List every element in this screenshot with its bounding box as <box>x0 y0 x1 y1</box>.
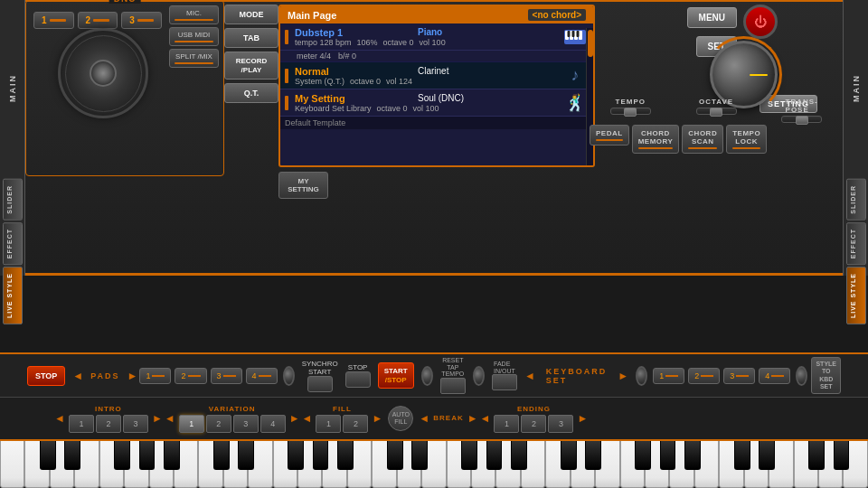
ending-btn-1[interactable]: 1 <box>494 415 519 433</box>
reset-tap-btn[interactable] <box>440 378 466 394</box>
live-style-btn-left[interactable]: LIVE STYLE <box>3 267 23 324</box>
stop-btn[interactable]: STOP <box>27 366 65 386</box>
pad-btn-3[interactable]: 3 <box>211 368 242 384</box>
pad-btn-4[interactable]: 4 <box>246 368 278 384</box>
intro-section: INTRO 1 2 3 <box>69 405 148 433</box>
pad-btn-1[interactable]: 1 <box>139 368 171 384</box>
slider-btn-right[interactable]: SLIDER <box>846 179 866 221</box>
display-row-2[interactable]: Normal Clarinet System (Q.T.) octave 0 v… <box>280 62 593 89</box>
record-play-btn[interactable]: RECORD/PLAY <box>224 52 278 80</box>
intro-btn-3[interactable]: 3 <box>123 415 148 433</box>
reset-knob[interactable] <box>473 366 485 386</box>
scrollbar-thumb <box>588 30 593 57</box>
intro-btn-2[interactable]: 2 <box>96 415 121 433</box>
black-key-19[interactable] <box>660 441 676 470</box>
kbd-pad-btn-2[interactable]: 2 <box>688 368 720 384</box>
qt-btn[interactable]: Q.T. <box>224 83 278 103</box>
pad-btn-2[interactable]: 2 <box>175 368 206 384</box>
display-row-1[interactable]: Dubstep 1 Piano tempo 128 bpm 106% octav… <box>280 23 593 51</box>
style-kbd-btn[interactable]: STYLE TOKBD SET <box>811 357 841 395</box>
black-key-7[interactable] <box>238 441 254 470</box>
variation-label: VARIATION <box>209 405 256 413</box>
intro-btn-1[interactable]: 1 <box>69 415 94 433</box>
black-key-11[interactable] <box>387 441 403 470</box>
tempo-slider[interactable] <box>610 108 651 115</box>
pedal-btn[interactable]: PEDAL <box>590 125 629 145</box>
dnc-btn-1[interactable]: 1 <box>33 12 74 29</box>
start-stop-btn[interactable]: START /STOP <box>378 362 414 389</box>
row2-sub: Clarinet <box>418 66 448 76</box>
fade-btn[interactable] <box>492 374 517 390</box>
tab-btn[interactable]: TAB <box>224 28 278 48</box>
my-setting-btn[interactable]: MYSETTING <box>278 172 328 199</box>
synchro-stop-btn[interactable] <box>345 371 371 388</box>
black-key-18[interactable] <box>635 441 651 470</box>
black-key-13[interactable] <box>461 441 477 470</box>
black-key-4[interactable] <box>139 441 156 470</box>
mode-btn[interactable]: MODE <box>224 5 278 24</box>
effect-btn-left[interactable]: EFFECT <box>3 222 23 265</box>
kbd-knob[interactable] <box>636 366 647 386</box>
ending-btn-3[interactable]: 3 <box>548 415 573 433</box>
chord-tag: <no chord> <box>528 9 586 21</box>
display-footer: Default Template <box>280 117 593 129</box>
transpose-slider[interactable] <box>781 116 822 123</box>
live-style-btn-right[interactable]: LIVE STYLE <box>846 267 866 324</box>
kbd-pad-btn-1[interactable]: 1 <box>653 368 684 384</box>
display-sub-row-1: meter 4/4 b/# 0 <box>280 51 593 62</box>
auto-fill-btn[interactable]: AUTOFILL <box>388 406 413 431</box>
black-key-9[interactable] <box>313 441 329 470</box>
black-key-10[interactable] <box>337 441 354 470</box>
black-key-15[interactable] <box>511 441 527 470</box>
svg-rect-5 <box>568 31 571 37</box>
black-key-8[interactable] <box>288 441 304 470</box>
octave-slider[interactable] <box>696 108 737 115</box>
dnc-btn-2[interactable]: 2 <box>78 12 118 29</box>
black-key-21[interactable] <box>734 441 750 470</box>
mic-btn[interactable]: MIC. <box>169 5 219 24</box>
kbd-pad-btn-3[interactable]: 3 <box>723 368 755 384</box>
fill-btn-1[interactable]: 1 <box>316 415 341 433</box>
kbd-knob2[interactable] <box>796 366 807 386</box>
variation-btn-2[interactable]: 2 <box>206 415 231 433</box>
black-key-1[interactable] <box>40 441 56 470</box>
slider-btn-left[interactable]: SLIDER <box>3 179 23 221</box>
split-mix-btn[interactable]: SPLIT /MIX <box>169 49 219 68</box>
pads-knob[interactable] <box>283 366 295 386</box>
white-key-1[interactable] <box>0 441 24 488</box>
side-labels-left: SLIDER EFFECT LIVE STYLE <box>0 176 25 276</box>
variation-btn-4[interactable]: 4 <box>260 415 286 433</box>
black-key-24[interactable] <box>834 441 850 470</box>
effect-btn-right[interactable]: EFFECT <box>846 222 866 265</box>
black-key-2[interactable] <box>64 441 80 470</box>
power-btn[interactable]: ⏻ <box>743 5 778 39</box>
turntable[interactable] <box>58 28 148 118</box>
black-key-14[interactable] <box>486 441 503 470</box>
variation-btn-3[interactable]: 3 <box>233 415 259 433</box>
display-title: Main Page <box>288 10 336 21</box>
tempo-lock-btn[interactable]: TEMPOLOCK <box>726 125 767 154</box>
dnc-btn-3[interactable]: 3 <box>121 12 162 29</box>
display-row-3[interactable]: My Setting Soul (DNC) Keyboard Set Libra… <box>280 89 593 117</box>
chord-scan-btn[interactable]: CHORDSCAN <box>682 125 723 154</box>
ending-btn-2[interactable]: 2 <box>521 415 546 433</box>
black-key-6[interactable] <box>213 441 230 470</box>
black-key-3[interactable] <box>114 441 130 470</box>
chord-memory-btn[interactable]: CHORDMEMORY <box>632 125 680 154</box>
black-key-12[interactable] <box>411 441 428 470</box>
fill-btn-2[interactable]: 2 <box>343 415 368 433</box>
variation-btn-1[interactable]: 1 <box>179 415 204 433</box>
kbd-pad-btn-4[interactable]: 4 <box>759 368 790 384</box>
black-key-23[interactable] <box>808 441 825 470</box>
svg-rect-4 <box>579 31 582 40</box>
black-key-22[interactable] <box>759 441 775 470</box>
sync-knob[interactable] <box>421 366 433 386</box>
black-key-20[interactable] <box>684 441 701 470</box>
menu-btn[interactable]: MENU <box>687 7 737 28</box>
synchro-btn[interactable] <box>307 376 333 392</box>
black-key-17[interactable] <box>585 441 601 470</box>
black-key-16[interactable] <box>561 441 577 470</box>
controls-row: TEMPO OCTAVE TRANS-POSE <box>590 98 843 123</box>
usb-midi-btn[interactable]: USB MIDI <box>169 27 219 46</box>
black-key-5[interactable] <box>164 441 180 470</box>
